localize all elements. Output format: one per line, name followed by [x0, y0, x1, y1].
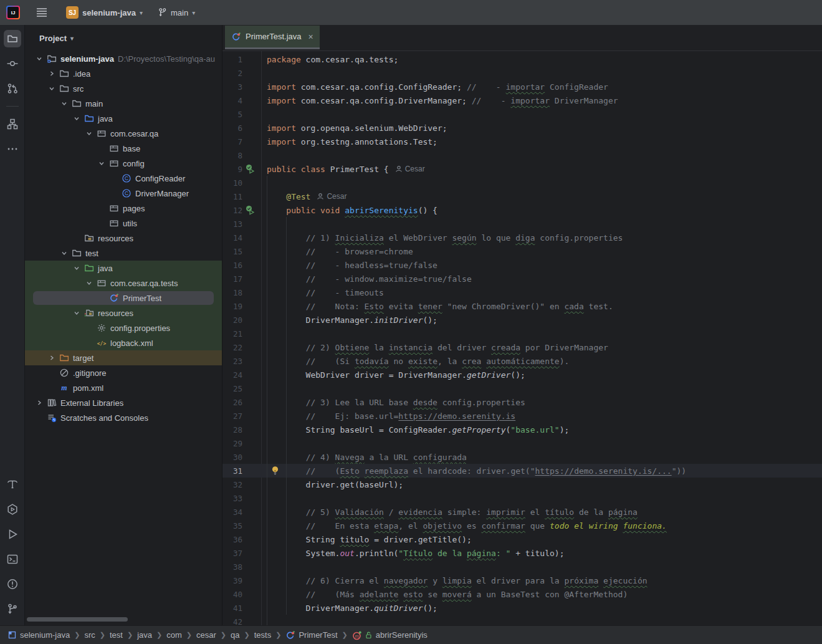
tree-item--idea[interactable]: .idea [25, 66, 222, 81]
code-line-27[interactable]: 27 // Ej: base.url=https://demo.serenity… [222, 409, 822, 423]
tree-item-target[interactable]: target [25, 350, 222, 365]
line-number[interactable]: 18 [222, 288, 242, 297]
line-number[interactable]: 1 [222, 55, 242, 64]
tree-item-scratches-and-consoles[interactable]: Scratches and Consoles [25, 410, 222, 425]
chevron-down-icon[interactable] [82, 279, 96, 287]
breadcrumb-item-com[interactable]: com [166, 630, 182, 640]
code-line-4[interactable]: 4import com.cesar.qa.config.DriverManage… [222, 94, 822, 107]
code-line-15[interactable]: 15 // - browser=chrome [222, 244, 822, 258]
line-number[interactable]: 37 [222, 549, 242, 558]
line-number[interactable]: 29 [222, 439, 242, 448]
run-button[interactable] [4, 526, 21, 543]
tree-item-config-properties[interactable]: config.properties [25, 320, 222, 335]
chevron-down-icon[interactable] [82, 129, 96, 138]
code-line-8[interactable]: 8 [222, 148, 822, 162]
code-line-2[interactable]: 2 [222, 66, 822, 80]
code-line-3[interactable]: 3import com.cesar.qa.config.ConfigReader… [222, 80, 822, 94]
code-line-32[interactable]: 32 driver.get(baseUrl); [222, 478, 822, 491]
chevron-down-icon[interactable] [70, 264, 84, 272]
tree-item-java[interactable]: java [25, 261, 222, 276]
code-line-34[interactable]: 34 // 5) Validación / evidencia simple: … [222, 505, 822, 519]
line-number[interactable]: 23 [222, 357, 242, 366]
tree-item-test[interactable]: test [25, 246, 222, 261]
chevron-right-icon[interactable] [45, 69, 59, 78]
chevron-down-icon[interactable] [57, 249, 71, 257]
code-line-19[interactable]: 19 // Nota: Esto evita tener "new Chrome… [222, 299, 822, 313]
code-line-35[interactable]: 35 // En esta etapa, el objetivo es conf… [222, 519, 822, 532]
code-line-24[interactable]: 24 WebDriver driver = DriverManager.getD… [222, 368, 822, 382]
line-number[interactable]: 14 [222, 233, 242, 243]
code-line-9[interactable]: 9public class PrimerTest {Cesar [222, 162, 822, 176]
code-line-21[interactable]: 21 [222, 327, 822, 340]
version-control-button[interactable] [4, 600, 21, 618]
problems-button[interactable] [4, 575, 21, 593]
tree-item-pages[interactable]: pages [25, 201, 222, 216]
code-line-38[interactable]: 38 [222, 560, 822, 574]
author-inlay-hint[interactable]: Cesar [395, 165, 425, 173]
tree-item-selenium-java[interactable]: selenium-javaD:\Proyectos\Testing\qa-au [25, 51, 222, 66]
code-line-25[interactable]: 25 [222, 382, 822, 395]
tree-item-config[interactable]: config [25, 156, 222, 171]
code-line-40[interactable]: 40 // (Más adelante esto se moverá a un … [222, 587, 822, 601]
code-line-22[interactable]: 22 // 2) Obtiene la instancia del driver… [222, 340, 822, 354]
line-number[interactable]: 24 [222, 370, 242, 380]
line-number[interactable]: 28 [222, 425, 242, 435]
code-line-28[interactable]: 28 String baseUrl = ConfigReader.getProp… [222, 423, 822, 436]
line-number[interactable]: 10 [222, 178, 242, 188]
horizontal-scrollbar[interactable] [27, 617, 128, 622]
run-test-icon[interactable] [246, 164, 255, 174]
vcs-branch-widget[interactable]: main ▾ [153, 3, 200, 22]
code-line-7[interactable]: 7import org.testng.annotations.Test; [222, 135, 822, 148]
tree-item-pom-xml[interactable]: mpom.xml [25, 380, 222, 395]
tree-item-com-cesar-qa-tests[interactable]: com.cesar.qa.tests [25, 276, 222, 291]
code-line-23[interactable]: 23 // (Si todavía no existe, la crea aut… [222, 354, 822, 368]
code-line-20[interactable]: 20 DriverManager.initDriver(); [222, 313, 822, 327]
tree-item-resources[interactable]: resources [25, 231, 222, 246]
tree-item--gitignore[interactable]: .gitignore [25, 365, 222, 380]
chevron-down-icon[interactable] [70, 114, 84, 123]
chevron-right-icon[interactable] [45, 353, 59, 362]
code-line-39[interactable]: 39 // 6) Cierra el navegador y limpia el… [222, 574, 822, 587]
pull-requests-button[interactable] [4, 80, 21, 97]
breadcrumb-item-test[interactable]: test [110, 630, 123, 640]
line-number[interactable]: 3 [222, 82, 242, 92]
close-icon[interactable]: × [308, 32, 313, 42]
tree-item-logback-xml[interactable]: </>logback.xml [25, 335, 222, 350]
code-line-13[interactable]: 13 [222, 217, 822, 231]
line-number[interactable]: 25 [222, 384, 242, 393]
line-number[interactable]: 20 [222, 315, 242, 325]
line-number[interactable]: 42 [222, 617, 242, 626]
services-button[interactable] [4, 501, 21, 518]
project-widget[interactable]: SJ selenium-java ▾ [61, 3, 148, 22]
code-line-16[interactable]: 16 // - headless=true/false [222, 258, 822, 272]
breadcrumb-item-cesar[interactable]: cesar [196, 630, 216, 640]
tree-item-com-cesar-qa[interactable]: com.cesar.qa [25, 126, 222, 141]
line-number[interactable]: 16 [222, 261, 242, 270]
code-line-29[interactable]: 29 [222, 436, 822, 450]
line-number[interactable]: 5 [222, 110, 242, 119]
tree-item-resources[interactable]: resources [25, 305, 222, 320]
breadcrumb-item-selenium-java[interactable]: selenium-java [7, 630, 70, 640]
code-line-6[interactable]: 6import org.openqa.selenium.WebDriver; [222, 121, 822, 135]
line-number[interactable]: 31 [222, 466, 242, 476]
structure-button[interactable] [4, 115, 21, 133]
line-number[interactable]: 6 [222, 123, 242, 133]
breadcrumb-item-qa[interactable]: qa [231, 630, 239, 640]
breadcrumb-item-primertest[interactable]: PrimerTest [285, 630, 337, 640]
line-number[interactable]: 19 [222, 302, 242, 311]
line-number[interactable]: 13 [222, 219, 242, 229]
breadcrumb-item-tests[interactable]: tests [254, 630, 271, 640]
code-line-26[interactable]: 26 // 3) Lee la URL base desde config.pr… [222, 395, 822, 409]
line-number[interactable]: 36 [222, 535, 242, 544]
tree-item-configreader[interactable]: CConfigReader [25, 171, 222, 186]
line-number[interactable]: 2 [222, 69, 242, 78]
line-number[interactable]: 26 [222, 398, 242, 407]
code-line-10[interactable]: 10 [222, 176, 822, 190]
main-menu-button[interactable] [31, 3, 52, 22]
chevron-right-icon[interactable] [32, 398, 46, 407]
breadcrumb-item-java[interactable]: java [137, 630, 152, 640]
chevron-down-icon[interactable] [95, 159, 108, 168]
code-line-37[interactable]: 37 System.out.println("Título de la pági… [222, 546, 822, 560]
code-line-1[interactable]: 1package com.cesar.qa.tests; [222, 52, 822, 66]
commit-button[interactable] [4, 55, 21, 72]
